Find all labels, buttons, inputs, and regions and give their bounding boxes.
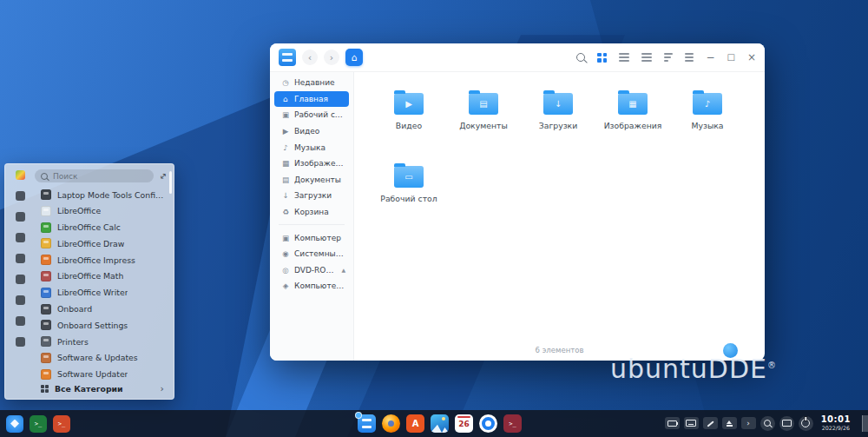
- tray-expand[interactable]: ›: [741, 417, 756, 429]
- downloads-folder-icon: ↓: [543, 93, 573, 115]
- eject-icon[interactable]: ▲: [341, 267, 345, 273]
- onboard-icon: [41, 304, 51, 315]
- downloads-icon: ↓: [281, 191, 290, 200]
- dock-launcher-button[interactable]: [6, 415, 23, 433]
- search-icon[interactable]: [576, 53, 585, 62]
- dock-terminal-orange[interactable]: >_: [53, 415, 70, 433]
- titlebar[interactable]: ‹ › ⌂ − □ ×: [270, 43, 765, 72]
- folder-documents[interactable]: ▤ Документы: [446, 83, 521, 156]
- category-music-icon[interactable]: [16, 233, 25, 242]
- folder-pictures[interactable]: ▦ Изображения: [595, 83, 670, 156]
- sidebar-item-downloads[interactable]: ↓ Загрузки: [274, 188, 349, 204]
- network-icon: ◈: [281, 281, 290, 290]
- registered-mark: ®: [767, 361, 777, 370]
- category-chat-icon[interactable]: [16, 212, 25, 222]
- sidebar-item-computer[interactable]: ▣ Компьютер: [274, 229, 349, 246]
- launcher-app-software-updater[interactable]: Software Updater: [35, 366, 167, 382]
- show-desktop-button[interactable]: [862, 415, 868, 431]
- dock-terminal-green[interactable]: >_: [30, 415, 47, 433]
- dock-firefox[interactable]: [382, 414, 400, 433]
- category-graphics-icon[interactable]: [16, 275, 25, 284]
- documents-folder-icon: ▤: [469, 93, 498, 115]
- sidebar-label: Корзина: [294, 208, 345, 216]
- sidebar-item-pictures[interactable]: ▦ Изображения: [274, 156, 349, 172]
- pen-icon: [707, 420, 713, 427]
- tray-onboard[interactable]: [703, 417, 718, 429]
- sidebar-item-videos[interactable]: ▶ Видео: [274, 123, 349, 140]
- sidebar-item-home[interactable]: ⌂ Главная: [274, 91, 349, 108]
- dock-photos[interactable]: [431, 414, 449, 433]
- folder-downloads[interactable]: ↓ Загрузки: [521, 83, 595, 156]
- launcher-app-software-updates[interactable]: Software & Updates: [35, 350, 167, 367]
- tray-clock[interactable]: 10:01 2022/9/26: [821, 415, 851, 431]
- minimize-button[interactable]: −: [706, 52, 714, 63]
- back-button[interactable]: ‹: [302, 50, 318, 65]
- search-icon: [764, 420, 771, 427]
- category-internet-icon[interactable]: [16, 191, 25, 201]
- dock-software-center[interactable]: A: [406, 414, 424, 433]
- launcher-app-libreoffice-draw[interactable]: LibreOffice Draw: [35, 235, 167, 252]
- app-label: LibreOffice Writer: [57, 288, 128, 297]
- grid-view-icon[interactable]: [597, 53, 607, 63]
- category-all-icon[interactable]: [16, 170, 25, 180]
- launcher-header: ↔: [35, 169, 167, 183]
- category-office-icon[interactable]: [16, 316, 25, 326]
- launcher-search[interactable]: [35, 169, 154, 182]
- tray-keyboard-layout[interactable]: [684, 417, 699, 429]
- launcher-app-libreoffice[interactable]: LibreOffice: [35, 202, 167, 219]
- folder-music[interactable]: ♪ Музыка: [670, 83, 745, 156]
- sidebar-item-recent[interactable]: ◷ Недавние: [274, 75, 349, 91]
- launcher-app-libreoffice-math[interactable]: LibreOffice Math: [35, 268, 167, 285]
- all-categories-button[interactable]: Все Категории ›: [35, 382, 167, 395]
- sidebar-item-trash[interactable]: ♻ Корзина: [274, 204, 349, 221]
- disk-icon: ◉: [281, 249, 290, 258]
- dock-calendar[interactable]: 26: [455, 414, 473, 433]
- sidebar-item-music[interactable]: ♪ Музыка: [274, 139, 349, 156]
- monitor-glyph: ▭: [394, 166, 424, 188]
- maximize-button[interactable]: □: [727, 53, 734, 62]
- search-input[interactable]: [51, 171, 115, 182]
- category-games-icon[interactable]: [16, 295, 25, 305]
- close-button[interactable]: ×: [747, 52, 756, 63]
- tray-display[interactable]: [779, 416, 794, 431]
- expand-launcher-icon[interactable]: ↔: [157, 170, 168, 182]
- sidebar-item-documents[interactable]: ▤ Документы: [274, 172, 349, 189]
- launcher-app-onboard-settings[interactable]: Onboard Settings: [35, 317, 167, 334]
- forward-button[interactable]: ›: [324, 50, 339, 65]
- app-label: LibreOffice Impress: [57, 255, 135, 265]
- dock-control-center[interactable]: [479, 414, 497, 433]
- tray-power[interactable]: [799, 416, 813, 431]
- launcher-app-libreoffice-writer[interactable]: LibreOffice Writer: [35, 284, 167, 301]
- app-label: LibreOffice Draw: [57, 239, 124, 248]
- tray-battery[interactable]: [665, 417, 680, 429]
- folder-desktop[interactable]: ▭ Рабочий стол: [372, 156, 446, 228]
- sidebar-label: Документы: [294, 175, 345, 184]
- dock-file-manager[interactable]: [358, 414, 376, 433]
- launcher-scrollbar[interactable]: [169, 171, 172, 194]
- category-video-icon[interactable]: [16, 254, 25, 263]
- launcher-app-laptop-mode-tools[interactable]: Laptop Mode Tools Configurati...: [35, 187, 167, 203]
- menu-icon[interactable]: [685, 53, 694, 61]
- clock-time: 10:01: [821, 415, 851, 424]
- home-crumb-button[interactable]: ⌂: [345, 49, 363, 66]
- dock-deepin-terminal[interactable]: >_: [503, 414, 522, 433]
- category-system-icon[interactable]: [16, 337, 25, 347]
- sidebar-item-network[interactable]: ◈ Компьютеры в сети: [274, 278, 349, 295]
- folder-videos[interactable]: ▶ Видео: [372, 83, 446, 156]
- tray-eject[interactable]: [722, 417, 737, 429]
- launcher-app-printers[interactable]: Printers: [35, 334, 167, 350]
- sidebar-item-desktop[interactable]: ▣ Рабочий стол: [274, 107, 349, 123]
- system-tray: › 10:01 2022/9/26: [665, 415, 868, 431]
- sidebar-item-dvd-rom[interactable]: ◎ DVD-ROM При... ▲: [274, 262, 349, 279]
- file-view[interactable]: ▶ Видео ▤ Документы ↓ Загрузки ▦ Изображ…: [354, 72, 765, 361]
- sort-icon[interactable]: [664, 53, 673, 61]
- sidebar-item-system-disk[interactable]: ◉ Системный Диск: [274, 246, 349, 262]
- launcher-app-onboard[interactable]: Onboard: [35, 301, 167, 317]
- ubuntudde-watermark: ubuntuDDE®: [610, 354, 777, 384]
- launcher-app-libreoffice-calc[interactable]: LibreOffice Calc: [35, 219, 167, 235]
- tray-search[interactable]: [760, 416, 775, 431]
- launcher-app-libreoffice-impress[interactable]: LibreOffice Impress: [35, 252, 167, 268]
- watermark-dot: [723, 343, 738, 358]
- detail-view-icon[interactable]: [641, 53, 652, 61]
- list-view-icon[interactable]: [619, 53, 629, 61]
